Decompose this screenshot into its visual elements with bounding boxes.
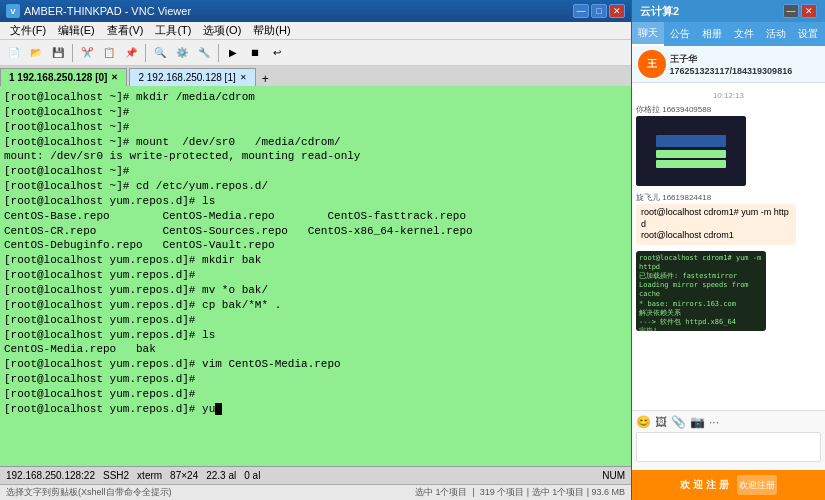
terminal-line: [root@localhost ~]# mount /dev/sr0 /medi… [4,135,627,150]
maximize-button[interactable]: □ [591,4,607,18]
chat-input-area: 😊 🖼 📎 📷 ··· [632,410,825,470]
bottom-hint: 选择文字到剪贴板(Xshell自带命令全提示) [6,486,172,499]
status-terminal-type: xterm [137,470,162,481]
chat-timestamp-1: 10:12:13 [636,91,821,100]
terminal-line: [root@localhost yum.repos.d]# yu [4,402,627,417]
chat-close[interactable]: ✕ [801,4,817,18]
menu-edit[interactable]: 编辑(E) [52,22,101,39]
terminal[interactable]: [root@localhost ~]# mkdir /media/cdrom[r… [0,86,631,466]
toolbar-btn-5[interactable]: 📋 [99,43,119,63]
chat-nav-album[interactable]: 相册 [696,22,728,46]
chat-nav-activity[interactable]: 活动 [760,22,792,46]
terminal-line: [root@localhost yum.repos.d]# [4,387,627,402]
terminal-line: [root@localhost yum.repos.d]# mv *o bak/ [4,283,627,298]
chat-screenshot-icon[interactable]: 📷 [690,415,705,429]
chat-file-icon[interactable]: 📎 [671,415,686,429]
chat-msg-sender-1: 你格拉 16639409588 [636,104,821,115]
bottom-bar: 选择文字到剪贴板(Xshell自带命令全提示) 选中 1个项目 | 319 个项… [0,484,631,500]
terminal-line: [root@localhost yum.repos.d]# mkdir bak [4,253,627,268]
chat-minimize[interactable]: — [783,4,799,18]
menu-view[interactable]: 查看(V) [101,22,150,39]
toolbar-btn-9[interactable]: 🔧 [194,43,214,63]
bottom-count: 选中 1个项目 [415,487,468,497]
terminal-line: [root@localhost yum.repos.d]# vim CentOS… [4,357,627,372]
terminal-line: [root@localhost yum.repos.d]# [4,372,627,387]
chat-emoji-icon[interactable]: 😊 [636,415,651,429]
status-cols: 87×24 [170,470,198,481]
sponsor-logo[interactable]: 欢迎注册 [737,475,777,495]
terminal-line: [root@localhost ~]# mkdir /media/cdrom [4,90,627,105]
chat-user-header: 王 王子华 176251323117/184319309816 [632,46,825,83]
chat-more-icon[interactable]: ··· [709,415,719,429]
menu-tools[interactable]: 工具(T) [149,22,197,39]
terminal-line: CentOS-Base.repo CentOS-Media.repo CentO… [4,209,627,224]
sponsor-text: 欢 迎 注 册 [680,478,728,492]
menu-bar: 文件(F) 编辑(E) 查看(V) 工具(T) 选项(O) 帮助(H) [0,22,631,40]
terminal-line: CentOS-Media.repo bak [4,342,627,357]
toolbar-btn-8[interactable]: ⚙️ [172,43,192,63]
toolbar-btn-2[interactable]: 📂 [26,43,46,63]
chat-nav: 聊天 公告 相册 文件 活动 设置 [632,22,825,46]
status-bar: 192.168.250.128:22 SSH2 xterm 87×24 22.3… [0,466,631,484]
terminal-line: [root@localhost ~]# cd /etc/yum.repos.d/ [4,179,627,194]
chat-message-3: root@localhost cdrom1# yum -m httpd 已加载插… [636,251,821,331]
avatar: 王 [638,50,666,78]
chat-message-1: 你格拉 16639409588 [636,104,821,186]
window-title: AMBER-THINKPAD - VNC Viewer [24,5,191,17]
chat-image-icon[interactable]: 🖼 [655,415,667,429]
toolbar: 📄 📂 💾 ✂️ 📋 📌 🔍 ⚙️ 🔧 ▶ ⏹ ↩ [0,40,631,66]
bottom-rows: 319 个项目 | 选中 1个项目 | 93.6 MB [480,487,625,497]
tab-1[interactable]: 1 192.168.250.128 [0] ✕ [0,68,127,86]
chat-input[interactable] [636,432,821,462]
minimize-button[interactable]: — [573,4,589,18]
status-mode: 0 al [244,470,260,481]
terminal-line: [root@localhost ~]# [4,120,627,135]
menu-help[interactable]: 帮助(H) [247,22,296,39]
terminal-line: mount: /dev/sr0 is write-protected, moun… [4,149,627,164]
chat-nav-chat[interactable]: 聊天 [632,22,664,46]
tab-2-label: 2 192.168.250.128 [1] [138,72,235,83]
chat-msg-sender-2: 旋飞儿 16619824418 [636,192,821,203]
terminal-line: [root@localhost yum.repos.d]# ls [4,194,627,209]
new-tab-button[interactable]: + [258,72,273,86]
chat-msg-image-2: root@localhost cdrom1# yum -m httpd 已加载插… [636,251,766,331]
tab-1-label: 1 192.168.250.128 [0] [9,72,107,83]
chat-messages[interactable]: 10:12:13 你格拉 16639409588 旋飞儿 16619824418… [632,83,825,410]
toolbar-btn-11[interactable]: ⏹ [245,43,265,63]
toolbar-btn-6[interactable]: 📌 [121,43,141,63]
terminal-line: [root@localhost yum.repos.d]# [4,268,627,283]
toolbar-btn-12[interactable]: ↩ [267,43,287,63]
menu-file[interactable]: 文件(F) [4,22,52,39]
toolbar-btn-7[interactable]: 🔍 [150,43,170,63]
status-encoding: 22.3 al [206,470,236,481]
sponsor-bar: 欢 迎 注 册 欢迎注册 [632,470,825,500]
chat-nav-file[interactable]: 文件 [728,22,760,46]
app-icon: V [6,4,20,18]
toolbar-btn-3[interactable]: 💾 [48,43,68,63]
close-button[interactable]: ✕ [609,4,625,18]
terminal-line: CentOS-Debuginfo.repo CentOS-Vault.repo [4,238,627,253]
chat-message-2: 旋飞儿 16619824418 root@localhost cdrom1# y… [636,192,821,245]
tab-2-close[interactable]: ✕ [240,73,247,82]
terminal-line: [root@localhost ~]# [4,105,627,120]
menu-options[interactable]: 选项(O) [197,22,247,39]
terminal-line: [root@localhost ~]# [4,164,627,179]
toolbar-btn-4[interactable]: ✂️ [77,43,97,63]
chat-nav-settings[interactable]: 设置 [792,22,824,46]
chat-title: 云计算2 [640,4,679,19]
chat-msg-image [636,116,746,186]
chat-panel: 云计算2 — ✕ 聊天 公告 相册 文件 活动 设置 王 王子华 1762513… [632,0,825,500]
terminal-line: [root@localhost yum.repos.d]# cp bak/*M*… [4,298,627,313]
terminal-line: CentOS-CR.repo CentOS-Sources.repo CentO… [4,224,627,239]
title-bar: V AMBER-THINKPAD - VNC Viewer — □ ✕ [0,0,631,22]
chat-nav-notice[interactable]: 公告 [664,22,696,46]
chat-username: 王子华 176251323117/184319309816 [670,53,819,76]
tab-2[interactable]: 2 192.168.250.128 [1] ✕ [129,68,255,86]
tab-1-close[interactable]: ✕ [111,73,118,82]
chat-title-bar: 云计算2 — ✕ [632,0,825,22]
tab-bar: 1 192.168.250.128 [0] ✕ 2 192.168.250.12… [0,66,631,86]
toolbar-btn-1[interactable]: 📄 [4,43,24,63]
vnc-window: V AMBER-THINKPAD - VNC Viewer — □ ✕ 文件(F… [0,0,632,500]
toolbar-btn-10[interactable]: ▶ [223,43,243,63]
status-connection: 192.168.250.128:22 [6,470,95,481]
